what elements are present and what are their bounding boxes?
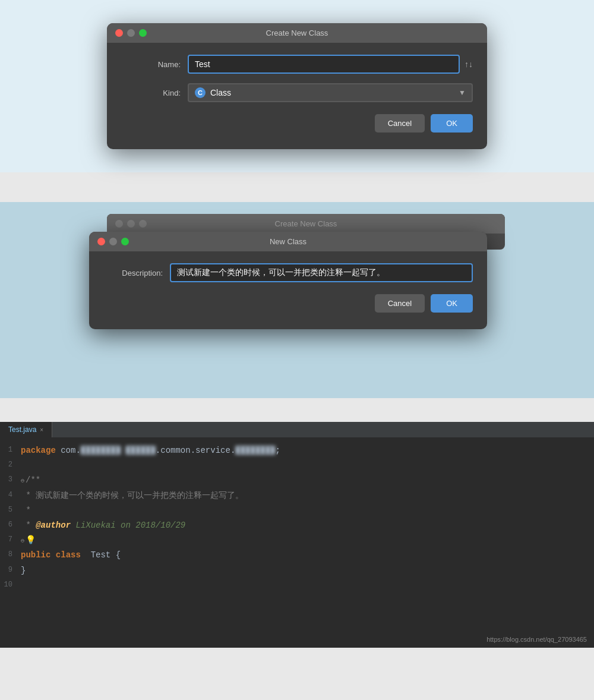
code-line-1: 1 package com.████████ ██████.common.ser…	[0, 443, 594, 458]
dialog2-cancel-button[interactable]: Cancel	[375, 294, 425, 313]
create-new-class-dialog: Create New Class Name: ↑↓ Kind: C Class …	[107, 23, 487, 149]
dialog1-ok-button[interactable]: OK	[431, 114, 473, 133]
spacer-1	[0, 172, 594, 202]
line-num-7: 7	[0, 533, 21, 547]
dialog1-cancel-button[interactable]: Cancel	[375, 114, 425, 133]
kind-class-icon: C	[195, 87, 206, 98]
traffic-lights-1	[115, 29, 147, 37]
code-line-2: 2	[0, 458, 594, 473]
dialog1-buttons: Cancel OK	[121, 112, 473, 137]
section2-inner: Create New Class New Class Description:	[89, 214, 505, 386]
dialog1-title: Create New Class	[266, 29, 328, 37]
chevron-down-icon: ▼	[459, 89, 466, 97]
dialog1-titlebar: Create New Class	[107, 23, 487, 43]
line-content-5: *	[21, 503, 31, 518]
line-content-4: * 测试新建一个类的时候，可以一并把类的注释一起写了。	[21, 488, 244, 503]
line-num-6: 6	[0, 518, 21, 532]
kind-row: Kind: C Class ▼	[121, 83, 473, 102]
desc-input[interactable]	[170, 263, 473, 282]
line-num-1: 1	[0, 443, 21, 457]
close-button-red[interactable]	[115, 29, 123, 37]
close-btn-red-2[interactable]	[97, 238, 105, 245]
spacer-2	[0, 398, 594, 422]
maximize-button-green[interactable]	[139, 29, 147, 37]
code-line-10: 10	[0, 578, 594, 593]
tab-test-java[interactable]: Test.java ×	[0, 422, 52, 437]
sort-arrows-icon: ↑↓	[465, 59, 473, 69]
kind-label: Kind:	[121, 89, 181, 97]
maximize-btn-green-2[interactable]	[121, 238, 129, 245]
kind-select[interactable]: C Class ▼	[188, 83, 473, 102]
line-num-3: 3	[0, 473, 21, 487]
line-content-2	[21, 458, 26, 473]
tl-gray-1	[115, 220, 123, 228]
traffic-lights-bg	[115, 220, 147, 228]
kind-value: Class	[210, 88, 459, 97]
dialog-bg-titlebar: Create New Class	[107, 214, 505, 234]
tab-label: Test.java	[8, 425, 36, 434]
line-content-7: ⊖💡	[21, 533, 39, 548]
editor-panel: Test.java × 1 package com.████████ █████…	[0, 422, 594, 648]
watermark: https://blog.csdn.net/qq_27093465	[486, 636, 587, 643]
new-class-dialog: New Class Description: Cancel OK	[89, 232, 487, 329]
tab-close-icon[interactable]: ×	[40, 427, 43, 433]
editor-tab-bar: Test.java ×	[0, 422, 594, 437]
line-num-5: 5	[0, 503, 21, 517]
code-line-6: 6 * @author LiXuekai on 2018/10/29	[0, 518, 594, 533]
dialog2-body: Description: Cancel OK	[89, 251, 487, 329]
line-content-8: public class Test {	[21, 548, 121, 563]
code-line-5: 5 *	[0, 503, 594, 518]
code-line-4: 4 * 测试新建一个类的时候，可以一并把类的注释一起写了。	[0, 488, 594, 503]
line-content-9: }	[21, 563, 26, 578]
line-content-6: * @author LiXuekai on 2018/10/29	[21, 518, 185, 533]
dialog1-body: Name: ↑↓ Kind: C Class ▼ Cancel OK	[107, 43, 487, 149]
code-area: 1 package com.████████ ██████.common.ser…	[0, 437, 594, 599]
dialog2-title: New Class	[270, 237, 307, 246]
minimize-btn-gray-2[interactable]	[109, 238, 117, 245]
code-line-9: 9 }	[0, 563, 594, 578]
code-line-7: 7 ⊖💡	[0, 533, 594, 548]
line-content-3: ⊖/**	[21, 473, 40, 488]
code-line-8: 8 public class Test {	[0, 548, 594, 563]
line-num-4: 4	[0, 488, 21, 502]
tl-gray-2	[127, 220, 135, 228]
dialog2-ok-button[interactable]: OK	[431, 294, 473, 313]
dialog-bg-title: Create New Class	[275, 219, 337, 228]
dialog2-buttons: Cancel OK	[103, 292, 473, 317]
bulb-icon: 💡	[26, 535, 36, 545]
desc-row: Description:	[103, 263, 473, 282]
line-num-2: 2	[0, 458, 21, 472]
line-num-9: 9	[0, 563, 21, 577]
minimize-button-gray[interactable]	[127, 29, 135, 37]
line-content-1: package com.████████ ██████.common.servi…	[21, 443, 280, 458]
code-line-3: 3 ⊖/**	[0, 473, 594, 488]
section2-new-class: Create New Class New Class Description:	[0, 202, 594, 398]
dialog2-titlebar: New Class	[89, 232, 487, 251]
line-num-8: 8	[0, 548, 21, 562]
name-row: Name: ↑↓	[121, 55, 473, 74]
traffic-lights-2	[97, 238, 129, 245]
tl-gray-3	[139, 220, 147, 228]
name-input[interactable]	[188, 55, 460, 74]
desc-label: Description:	[103, 269, 163, 278]
section3-code-editor: Test.java × 1 package com.████████ █████…	[0, 422, 594, 648]
line-content-10	[21, 578, 26, 593]
section1-create-new-class: Create New Class Name: ↑↓ Kind: C Class …	[0, 0, 594, 172]
name-label: Name:	[121, 60, 181, 69]
line-num-10: 10	[0, 578, 21, 592]
